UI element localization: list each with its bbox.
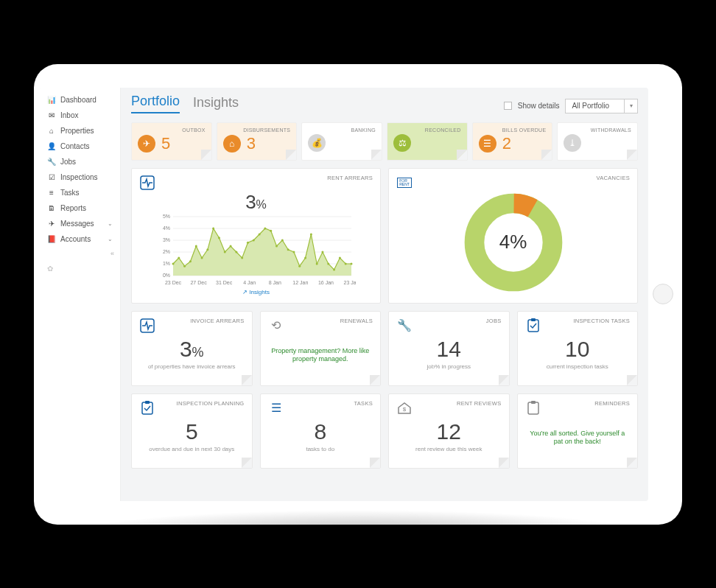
svg-point-30 [223, 251, 225, 253]
sidebar-item-label: Accounts [60, 235, 91, 243]
svg-point-48 [327, 262, 329, 265]
house-money-icon: ⌂ [223, 135, 241, 153]
card-value: 14 [396, 337, 502, 362]
svg-text:4 Jan: 4 Jan [243, 280, 256, 285]
chip-disbursements[interactable]: DISBURSEMENTS⌂3 [217, 122, 298, 161]
svg-point-33 [241, 256, 243, 259]
settings-gear-icon[interactable]: ✿ [40, 260, 120, 277]
svg-point-37 [264, 227, 266, 229]
bill-icon: ☰ [479, 135, 496, 153]
svg-text:5%: 5% [162, 214, 169, 219]
chip-withdrawals[interactable]: WITHDRAWALS⤓ [557, 122, 638, 161]
card-jobs[interactable]: 🔧JOBS 14 job% in progress [388, 311, 510, 386]
chip-label: RECONCILED [393, 127, 461, 133]
sidebar-item-tasks[interactable]: ≡Tasks [40, 185, 120, 200]
chip-value: 5 [161, 134, 170, 153]
clipboard-check-icon [139, 400, 155, 416]
vacancies-value: 4% [499, 231, 527, 253]
sidebar-item-label: Dashboard [60, 96, 96, 104]
sidebar-item-properties[interactable]: ⌂Properties [40, 123, 120, 139]
sidebar-item-label: Jobs [60, 158, 76, 166]
sidebar-item-inspections[interactable]: ☑Inspections [40, 169, 120, 185]
svg-point-34 [246, 241, 248, 243]
chip-label: WITHDRAWALS [564, 127, 631, 133]
chip-banking[interactable]: BANKING💰 [301, 122, 382, 161]
card-subtitle: overdue and due in next 30 days [139, 446, 245, 452]
card-rent-reviews[interactable]: $RENT REVIEWS 12 rent review due this we… [388, 393, 510, 469]
svg-text:8 Jan: 8 Jan [268, 280, 281, 285]
svg-text:27 Dec: 27 Dec [190, 280, 207, 285]
card-vacancies[interactable]: FORRENT VACANCIES 4% [388, 168, 638, 304]
portfolio-select-caret[interactable]: ▾ [625, 99, 638, 113]
show-details-checkbox[interactable] [504, 102, 512, 110]
chip-bills-overdue[interactable]: BILLS OVERDUE☰2 [472, 122, 553, 161]
sidebar-item-contacts[interactable]: 👤Contacts [40, 139, 120, 154]
card-title: INSPECTION TASKS [573, 318, 630, 324]
scales-icon: ⚖ [393, 134, 411, 152]
card-title: TASKS [354, 400, 373, 407]
sidebar-item-label: Contacts [60, 142, 89, 150]
sidebar-item-reports[interactable]: 🗎Reports [40, 200, 120, 216]
sidebar-item-jobs[interactable]: 🔧Jobs [40, 154, 120, 169]
svg-rect-59 [145, 401, 150, 404]
book-icon: 📕 [47, 235, 56, 243]
card-subtitle: tasks to do [268, 446, 373, 452]
card-reminders[interactable]: REMINDERS You're all sorted. Give yourse… [517, 393, 639, 469]
chip-reconciled[interactable]: RECONCILED⚖ [387, 122, 468, 161]
card-invoice-arrears[interactable]: INVOICE ARREARS 3% of properties have in… [131, 311, 253, 386]
svg-rect-56 [528, 320, 538, 332]
list-icon: ≡ [47, 189, 56, 197]
sidebar-item-label: Inbox [60, 111, 78, 119]
card-tasks[interactable]: ☰TASKS 8 tasks to do [260, 393, 382, 469]
card-value: 8 [268, 419, 373, 444]
card-title: RENT ARREARS [327, 175, 373, 181]
svg-point-38 [270, 229, 272, 231]
svg-text:23 Dec: 23 Dec [164, 280, 181, 285]
sidebar-item-inbox[interactable]: ✉Inbox [40, 108, 120, 123]
sidebar-item-label: Inspections [60, 173, 98, 181]
sidebar-item-messages[interactable]: ✈Messages⌄ [40, 216, 120, 231]
card-inspection-tasks[interactable]: INSPECTION TASKS 10 current inspection t… [517, 311, 639, 386]
svg-point-36 [258, 233, 260, 235]
svg-text:4%: 4% [162, 225, 169, 231]
card-title: JOBS [486, 318, 502, 324]
topbar-controls: Show details All Portfolio ▾ [504, 99, 638, 113]
chip-value: 2 [502, 134, 511, 153]
sidebar-item-dashboard[interactable]: 📊Dashboard [40, 92, 120, 108]
card-subtitle: job% in progress [396, 363, 502, 370]
card-renewals[interactable]: ⟲RENEWALS Property management? More like… [260, 311, 382, 386]
portfolio-select[interactable]: All Portfolio [565, 99, 625, 113]
card-title: VACANCIES [597, 175, 631, 181]
tablet-reflection [78, 510, 638, 554]
card-inspection-planning[interactable]: INSPECTION PLANNING 5 overdue and due in… [131, 393, 253, 469]
card-rent-arrears[interactable]: RENT ARREARS 3% 0%1%2%3%4%5%23 Dec27 Dec… [131, 168, 381, 304]
card-title: INVOICE ARREARS [190, 318, 244, 324]
svg-point-32 [235, 251, 237, 253]
card-subtitle: rent review due this week [396, 446, 502, 452]
send-icon: ✈ [47, 220, 56, 228]
svg-point-29 [217, 237, 220, 239]
svg-point-52 [350, 262, 352, 265]
insights-link[interactable]: ↗ Insights [242, 289, 270, 295]
sidebar-collapse-button[interactable]: « [40, 247, 120, 260]
svg-point-24 [189, 260, 191, 262]
svg-point-28 [212, 227, 214, 229]
svg-point-26 [200, 256, 203, 259]
portfolio-select-value: All Portfolio [572, 102, 609, 110]
tablet-home-button[interactable] [653, 284, 673, 304]
card-value: 5 [139, 419, 245, 444]
svg-text:0%: 0% [162, 273, 169, 278]
chip-label: BANKING [308, 127, 376, 133]
svg-rect-57 [531, 318, 536, 321]
card-message: You're all sorted. Give yourself a pat o… [525, 430, 631, 447]
tab-portfolio[interactable]: Portfolio [131, 94, 180, 113]
heartbeat-icon [139, 175, 155, 191]
svg-point-44 [304, 256, 306, 259]
tab-insights[interactable]: Insights [193, 95, 239, 113]
sidebar-item-accounts[interactable]: 📕Accounts⌄ [40, 231, 120, 247]
for-rent-icon: FORRENT [396, 175, 413, 191]
svg-point-50 [338, 256, 340, 259]
svg-point-35 [252, 239, 254, 241]
card-value: 10 [525, 337, 631, 362]
chip-outbox[interactable]: OUTBOX✈5 [131, 122, 212, 161]
